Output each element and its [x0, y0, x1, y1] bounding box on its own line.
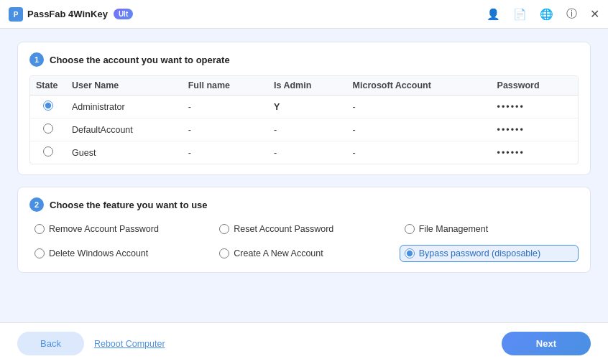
- feature-option-bypass-password[interactable]: Bypass password (disposable): [400, 245, 579, 262]
- username-cell-0: Administrator: [66, 95, 183, 118]
- info-icon[interactable]: ⓘ: [566, 7, 577, 21]
- step1-section: 1 Choose the account you want to operate…: [17, 42, 591, 175]
- app-logo-icon: P: [9, 7, 23, 22]
- accounts-table: State User Name Full name Is Admin Micro…: [30, 76, 578, 164]
- step2-title: Choose the feature you want to use: [50, 200, 208, 210]
- step2-section: 2 Choose the feature you want to use Rem…: [17, 187, 591, 273]
- step1-header: 1 Choose the account you want to operate: [29, 52, 579, 67]
- table-row[interactable]: Guest - - - ••••••: [30, 141, 578, 164]
- feature-label-reset-password: Reset Account Password: [234, 224, 333, 234]
- feature-label-delete-account: Delete Windows Account: [49, 248, 148, 258]
- isadmin-cell-0: Y: [268, 95, 347, 118]
- app-title: PassFab 4WinKey: [27, 9, 108, 19]
- radio-cell-1[interactable]: [30, 118, 66, 141]
- feature-label-remove-password: Remove Account Password: [49, 224, 159, 234]
- back-button[interactable]: Back: [17, 332, 84, 355]
- radio-cell-0[interactable]: [30, 95, 66, 118]
- step2-number: 2: [29, 197, 44, 212]
- microsoftaccount-cell-0: -: [347, 95, 492, 118]
- fullname-cell-2: -: [183, 141, 268, 164]
- reboot-button[interactable]: Reboot Computer: [94, 339, 165, 349]
- microsoftaccount-cell-2: -: [347, 141, 492, 164]
- user-icon[interactable]: 👤: [487, 8, 500, 21]
- next-button[interactable]: Next: [502, 332, 591, 355]
- step2-header: 2 Choose the feature you want to use: [29, 197, 579, 212]
- isadmin-cell-1: -: [268, 118, 347, 141]
- username-cell-2: Guest: [66, 141, 183, 164]
- feature-radio-bypass-password[interactable]: [405, 248, 415, 258]
- step1-title: Choose the account you want to operate: [50, 55, 230, 65]
- col-username: User Name: [66, 76, 183, 95]
- account-radio-2[interactable]: [43, 146, 53, 157]
- col-isadmin: Is Admin: [268, 76, 347, 95]
- feature-radio-delete-account[interactable]: [34, 248, 45, 258]
- feature-radio-remove-password[interactable]: [34, 224, 45, 234]
- password-cell-2: ••••••: [492, 141, 578, 164]
- isadmin-cell-2: -: [268, 141, 347, 164]
- bottom-bar: Back Reboot Computer Next: [0, 322, 608, 364]
- col-password: Password: [492, 76, 578, 95]
- title-bar-controls: 👤 📄 🌐 ⓘ ✕: [487, 7, 599, 21]
- accounts-tbody: Administrator - Y - •••••• DefaultAccoun…: [30, 95, 578, 164]
- app-badge: Ult: [114, 9, 133, 19]
- table-row[interactable]: DefaultAccount - - - ••••••: [30, 118, 578, 141]
- col-fullname: Full name: [183, 76, 268, 95]
- fullname-cell-0: -: [183, 95, 268, 118]
- accounts-table-wrapper[interactable]: State User Name Full name Is Admin Micro…: [29, 75, 579, 164]
- feature-option-delete-account[interactable]: Delete Windows Account: [29, 245, 208, 262]
- col-microsoftaccount: Microsoft Account: [347, 76, 492, 95]
- feature-option-reset-password[interactable]: Reset Account Password: [214, 220, 393, 238]
- document-icon[interactable]: 📄: [513, 8, 527, 21]
- feature-radio-file-management[interactable]: [405, 224, 415, 234]
- username-cell-1: DefaultAccount: [66, 118, 183, 141]
- feature-grid: Remove Account Password Reset Account Pa…: [29, 220, 579, 262]
- main-content: 1 Choose the account you want to operate…: [0, 29, 608, 322]
- feature-radio-create-account[interactable]: [219, 248, 229, 258]
- globe-icon[interactable]: 🌐: [540, 8, 553, 21]
- table-header-row: State User Name Full name Is Admin Micro…: [30, 76, 578, 95]
- col-state: State: [30, 76, 66, 95]
- feature-option-remove-password[interactable]: Remove Account Password: [29, 220, 208, 238]
- feature-radio-reset-password[interactable]: [219, 224, 229, 234]
- radio-cell-2[interactable]: [30, 141, 66, 164]
- feature-label-bypass-password: Bypass password (disposable): [419, 248, 541, 258]
- account-radio-1[interactable]: [43, 123, 53, 134]
- close-button[interactable]: ✕: [590, 7, 599, 21]
- feature-option-create-account[interactable]: Create A New Account: [214, 245, 393, 262]
- step1-number: 1: [29, 52, 44, 67]
- microsoftaccount-cell-1: -: [347, 118, 492, 141]
- feature-label-file-management: File Management: [419, 224, 489, 234]
- password-cell-1: ••••••: [492, 118, 578, 141]
- title-bar: P PassFab 4WinKey Ult 👤 📄 🌐 ⓘ ✕: [0, 0, 608, 29]
- password-cell-0: ••••••: [492, 95, 578, 118]
- account-radio-0[interactable]: [43, 101, 53, 111]
- table-row[interactable]: Administrator - Y - ••••••: [30, 95, 578, 118]
- svg-text:P: P: [14, 11, 19, 19]
- feature-label-create-account: Create A New Account: [234, 248, 323, 258]
- fullname-cell-1: -: [183, 118, 268, 141]
- feature-option-file-management[interactable]: File Management: [400, 220, 579, 238]
